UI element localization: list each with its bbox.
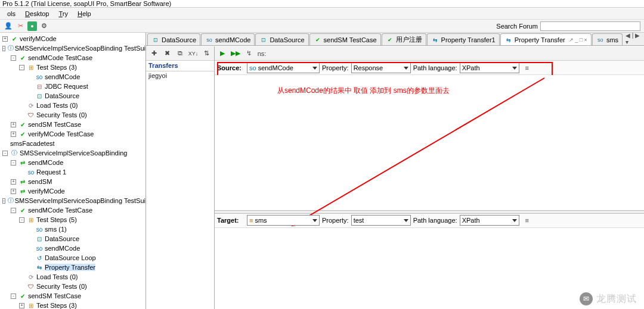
source-lang-combo[interactable]: XPath [460, 63, 519, 73]
gear-icon[interactable]: ⚙ [39, 21, 49, 31]
tree-node[interactable]: sosendMCode [0, 72, 145, 82]
tree-node[interactable]: sosendMCode [0, 244, 145, 253]
tree-toggle-icon[interactable]: + [11, 122, 16, 127]
node-label: verifyMCode [28, 188, 65, 195]
editor-tab[interactable]: ⇆Property Transfer↗ _ □ × [500, 33, 592, 45]
tree-node[interactable]: +✔verifyMCode [0, 34, 145, 43]
tree-node[interactable]: -ⒾSMSServiceImplServiceSoapBinding TestS… [0, 43, 145, 53]
editor-tab[interactable]: ✔用户注册 [382, 33, 426, 45]
tree-toggle-icon[interactable]: - [19, 65, 24, 70]
editor-tab[interactable]: ⇆Property Transfer1 [427, 33, 500, 45]
tree-node[interactable]: ↺DataSource Loop [0, 253, 145, 263]
tree-toggle-icon[interactable]: - [11, 208, 16, 213]
tree-node[interactable]: -✔sendMCode TestCase [0, 205, 145, 215]
editor-tab[interactable]: sosendMCode [201, 33, 255, 45]
rename-transfer-icon[interactable]: XY↓ [188, 48, 199, 59]
editor-tab[interactable]: ⊡DataSource [147, 33, 200, 45]
scissors-icon[interactable]: ✂ [16, 21, 25, 31]
tree-node[interactable]: soRequest 1 [0, 167, 145, 177]
menu-tools[interactable]: ols [2, 10, 20, 18]
menu-desktop[interactable]: Desktop [20, 10, 54, 18]
tree-toggle-icon[interactable]: - [11, 160, 16, 166]
node-label: Load Tests (0) [36, 102, 78, 109]
remove-transfer-icon[interactable]: ✖ [162, 48, 172, 59]
node-label: DataSource Loop [45, 254, 96, 261]
source-property-label: Property: [322, 64, 349, 71]
tree-node[interactable]: sosms (1) [0, 224, 145, 234]
editor-tab[interactable]: sosms [592, 33, 623, 45]
node-icon: ⊞ [27, 302, 35, 310]
tree-node[interactable]: ⟳Load Tests (0) [0, 272, 145, 282]
tree-node[interactable]: ⊡DataSource [0, 91, 145, 101]
navigator-tree[interactable]: +✔verifyMCode-ⒾSMSServiceImplServiceSoap… [0, 33, 146, 309]
tree-node[interactable]: +⊞Test Steps (3) [0, 301, 145, 309]
source-property-combo[interactable]: Response [351, 63, 411, 73]
tree-node[interactable]: +✔verifyMCode TestCase [0, 129, 145, 139]
tree-toggle-icon[interactable]: + [11, 132, 16, 137]
source-editor[interactable]: 从sendMCode的结果中 取值 添加到 sms的参数里面去 [215, 75, 644, 210]
copy-transfer-icon[interactable]: ⧉ [175, 48, 185, 59]
target-step-combo[interactable]: ≡sms [247, 215, 320, 226]
tab-window-controls[interactable]: ↗ _ □ × [569, 37, 587, 43]
menu-help[interactable]: Help [73, 10, 96, 18]
tree-toggle-icon[interactable]: + [11, 179, 16, 185]
tree-node[interactable]: -⊞Test Steps (5) [0, 215, 145, 224]
tree-node[interactable]: +⇄verifyMCode [0, 186, 145, 196]
title-text: Pro 5.1.2 (Trial License, soapUI Pro, Sm… [2, 0, 171, 7]
tree-toggle-icon[interactable]: - [2, 46, 5, 51]
add-transfer-icon[interactable]: ✚ [148, 48, 159, 59]
tree-node[interactable]: 🛡Security Tests (0) [0, 282, 145, 291]
node-icon: ⊡ [35, 235, 44, 243]
node-icon: Ⓘ [8, 45, 14, 52]
editor-tabs: ⊡DataSourcesosendMCode⊡DataSource✔sendSM… [146, 33, 644, 46]
tree-toggle-icon[interactable]: + [2, 36, 8, 42]
tree-node[interactable]: ⊟JDBC Request [0, 82, 145, 91]
menu-try[interactable]: Try [54, 10, 72, 18]
stop-icon[interactable]: ↯ [243, 48, 254, 59]
tree-node[interactable]: -⇄sendMCode [0, 158, 145, 167]
node-label: Test Steps (3) [36, 302, 77, 309]
transfer-item[interactable]: jiegyoi [146, 71, 214, 80]
run-icon[interactable]: ▶ [217, 48, 228, 59]
tree-toggle-icon[interactable]: - [2, 151, 8, 156]
search-forum-input[interactable] [540, 21, 640, 31]
reorder-icon[interactable]: ⇅ [201, 48, 212, 59]
tree-toggle-icon[interactable]: + [11, 189, 16, 194]
node-label: sendMCode TestCase [28, 54, 92, 61]
tree-toggle-icon[interactable]: - [2, 198, 5, 204]
tree-node[interactable]: -⊞Test Steps (3) [0, 63, 145, 72]
tree-toggle-icon[interactable]: - [11, 294, 16, 299]
bug-green-icon[interactable]: ● [27, 21, 37, 31]
target-lang-combo[interactable]: XPath [460, 215, 519, 226]
run-all-icon[interactable]: ▶▶ [230, 48, 241, 59]
tree-node[interactable]: -ⒾSMSServiceImplServiceSoapBinding TestS… [0, 196, 145, 205]
target-ns-icon[interactable]: ≡ [522, 215, 532, 226]
tree-toggle-icon[interactable]: - [19, 217, 24, 223]
tree-node[interactable]: +✔sendSM TestCase [0, 120, 145, 129]
tree-node[interactable]: +⇄sendSM [0, 177, 145, 186]
tree-node[interactable]: -✔sendMCode TestCase [0, 53, 145, 63]
tree-node[interactable]: ⟳Load Tests (0) [0, 101, 145, 110]
node-icon: ↺ [35, 254, 44, 262]
source-step-combo[interactable]: sosendMCode [247, 63, 320, 73]
editor-tab[interactable]: ⊡DataSource [255, 33, 308, 45]
tree-node[interactable]: 🛡Security Tests (0) [0, 110, 145, 120]
source-ns-icon[interactable]: ≡ [522, 63, 532, 73]
node-icon: 🛡 [27, 111, 35, 119]
tree-node[interactable]: ⇆Property Transfer [0, 263, 145, 272]
editor-tab[interactable]: ✔sendSM TestCase [309, 33, 381, 45]
node-label: SMSServiceImplServiceSoapBinding [20, 149, 127, 157]
tree-toggle-icon[interactable]: + [19, 303, 24, 308]
tree-node[interactable]: -✔sendSM TestCase [0, 291, 145, 301]
tab-nav[interactable]: ◀ | ▶ ▾ [623, 33, 644, 45]
person-icon[interactable]: 👤 [4, 21, 13, 31]
tree-node[interactable]: ⊡DataSource [0, 234, 145, 244]
target-property-combo[interactable]: test [351, 215, 411, 226]
tree-node[interactable]: smsFacadetest [0, 139, 145, 148]
tree-toggle-icon[interactable]: - [11, 55, 16, 61]
tree-node[interactable]: -ⒾSMSServiceImplServiceSoapBinding [0, 148, 145, 158]
tab-label: Property Transfer1 [441, 36, 496, 43]
menu-bar: ols Desktop Try Help [0, 8, 644, 20]
watermark-text: 龙腾测试 [596, 293, 637, 305]
wechat-icon: ✉ [580, 292, 593, 305]
